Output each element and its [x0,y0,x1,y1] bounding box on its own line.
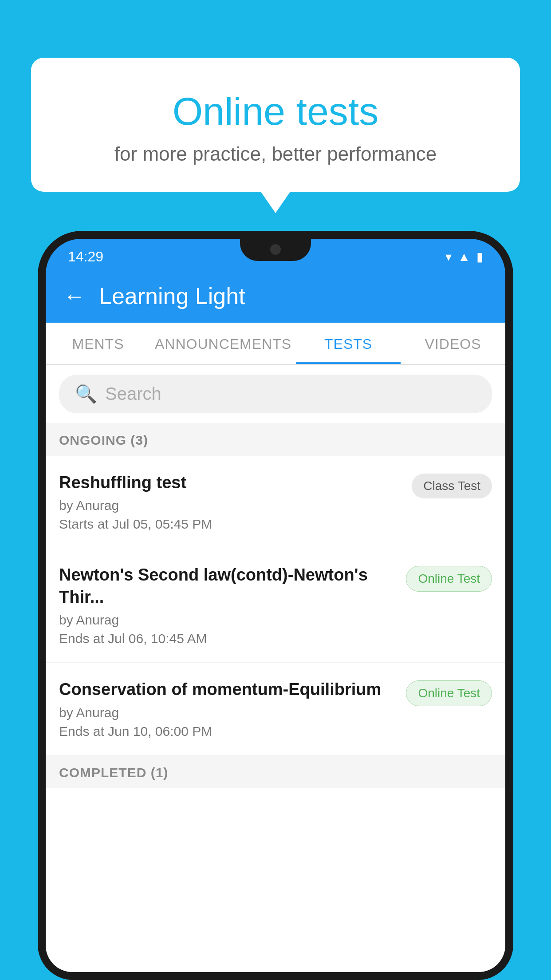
tab-tests[interactable]: TESTS [296,323,401,364]
status-time: 14:29 [68,249,103,265]
test-info-1: Reshuffling test by Anurag Starts at Jul… [59,472,412,532]
search-icon: 🔍 [75,383,97,404]
test-item-3[interactable]: Conservation of momentum-Equilibrium by … [46,663,505,755]
phone-camera [270,244,281,255]
test-info-3: Conservation of momentum-Equilibrium by … [59,679,406,739]
test-badge-3: Online Test [406,680,492,706]
back-button[interactable]: ← [63,283,86,309]
test-time-2: Ends at Jul 06, 10:45 AM [59,631,397,646]
phone-outer: 14:29 ▾ ▲ ▮ ← Learning Light MENTS ANNOU… [38,231,513,980]
completed-label: COMPLETED (1) [59,765,168,780]
test-badge-2: Online Test [406,566,492,592]
tabs-container: MENTS ANNOUNCEMENTS TESTS VIDEOS [46,323,505,365]
test-time-3: Ends at Jun 10, 06:00 PM [59,724,397,739]
app-title: Learning Light [99,283,245,309]
speech-bubble-container: Online tests for more practice, better p… [31,58,520,192]
phone-frame: 14:29 ▾ ▲ ▮ ← Learning Light MENTS ANNOU… [38,231,513,980]
completed-section-header: COMPLETED (1) [46,755,505,788]
battery-icon: ▮ [476,249,483,264]
app-header: ← Learning Light [46,269,505,323]
test-title-3: Conservation of momentum-Equilibrium [59,679,397,700]
tab-announcements[interactable]: ANNOUNCEMENTS [150,323,296,364]
tab-ments[interactable]: MENTS [46,323,150,364]
test-item-1[interactable]: Reshuffling test by Anurag Starts at Jul… [46,456,505,548]
phone-content: 🔍 Search ONGOING (3) Reshuffling test by… [46,365,505,972]
ongoing-label: ONGOING (3) [59,433,148,447]
test-by-1: by Anurag [59,498,403,513]
test-badge-1: Class Test [412,474,492,498]
tab-videos[interactable]: VIDEOS [401,323,505,364]
test-time-1: Starts at Jul 05, 05:45 PM [59,517,403,532]
bubble-title: Online tests [67,89,484,134]
test-item-2[interactable]: Newton's Second law(contd)-Newton's Thir… [46,548,505,663]
status-bar: 14:29 ▾ ▲ ▮ [46,239,505,269]
search-container: 🔍 Search [46,365,505,423]
wifi-icon: ▾ [445,249,452,264]
test-by-2: by Anurag [59,612,397,628]
phone-inner: 14:29 ▾ ▲ ▮ ← Learning Light MENTS ANNOU… [46,239,505,972]
phone-notch [240,239,311,261]
search-placeholder: Search [105,384,161,404]
signal-icon: ▲ [458,250,470,264]
test-info-2: Newton's Second law(contd)-Newton's Thir… [59,564,406,646]
speech-bubble: Online tests for more practice, better p… [31,58,520,192]
bubble-subtitle: for more practice, better performance [67,143,484,165]
search-bar[interactable]: 🔍 Search [59,375,492,413]
test-by-3: by Anurag [59,705,397,720]
test-title-1: Reshuffling test [59,472,403,494]
ongoing-section-header: ONGOING (3) [46,423,505,456]
test-title-2: Newton's Second law(contd)-Newton's Thir… [59,564,397,608]
status-icons: ▾ ▲ ▮ [445,249,483,264]
tests-list: Reshuffling test by Anurag Starts at Jul… [46,456,505,972]
